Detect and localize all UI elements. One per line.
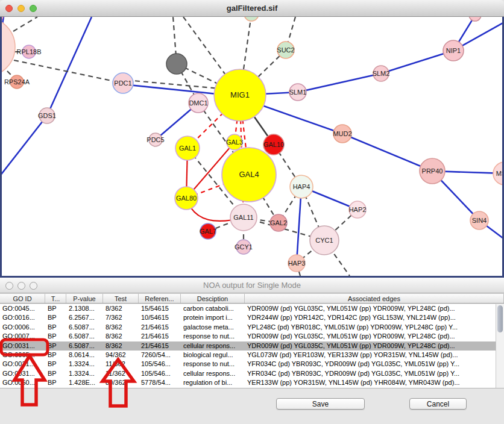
- node-label-MIG1: MIG1: [230, 90, 250, 99]
- cell-test: 8/362: [103, 323, 139, 332]
- node-SIN4[interactable]: SIN4: [470, 211, 488, 229]
- node-MUD2[interactable]: MUD2: [333, 125, 351, 143]
- node-label-GAL11: GAL11: [233, 214, 253, 221]
- column-header-desciption[interactable]: Desciption: [181, 294, 245, 303]
- node-gray-unlabeled[interactable]: [166, 54, 187, 74]
- cell-test: 94/362: [103, 351, 139, 360]
- node-GCY1[interactable]: GCY1: [235, 240, 253, 254]
- node-label-GAL1: GAL1: [179, 145, 196, 152]
- cell-t-: BP: [45, 378, 66, 387]
- column-header-test[interactable]: Test: [103, 294, 139, 303]
- network-window: galFiltered.sif RPL18BRPS24AGDS1PDC1PDC5…: [0, 0, 504, 278]
- cell-referen-: 10/54615: [139, 313, 181, 322]
- noa-window-titlebar[interactable]: NOA output for Single Mode: [0, 278, 504, 293]
- node-label-HAP2: HAP2: [349, 206, 367, 213]
- save-button[interactable]: Save: [276, 398, 365, 410]
- table-row[interactable]: GO:0031...BP6.5087...8/36221/54615cellul…: [0, 341, 496, 351]
- cell-desciption: response to nut...: [181, 332, 245, 341]
- edge-blue: [342, 134, 432, 171]
- node-PDC1[interactable]: PDC1: [113, 73, 133, 93]
- node-HAP3[interactable]: HAP3: [288, 255, 306, 272]
- cell-t-: BP: [45, 332, 66, 341]
- node-large-left[interactable]: [2, 17, 15, 76]
- cell-p-value: 1.428E...: [66, 378, 103, 387]
- node-HAP2[interactable]: HAP2: [349, 201, 367, 218]
- cell-t-: BP: [45, 369, 66, 378]
- node-GDS1[interactable]: GDS1: [38, 108, 56, 123]
- table-row[interactable]: GO:0045...BP2.1308...8/36215/54615carbon…: [0, 304, 496, 313]
- node-label-GAL3: GAL3: [226, 139, 243, 146]
- node-GAL4[interactable]: GAL4: [222, 148, 276, 202]
- cell-go-id: GO:0031...: [0, 369, 45, 378]
- node-GAL3[interactable]: GAL3: [226, 134, 243, 150]
- table-row[interactable]: GO:0016...BP6.2567...7/36210/54615protei…: [0, 313, 496, 322]
- node-label-SLM2: SLM2: [373, 70, 390, 77]
- column-header-p-value[interactable]: P-value: [66, 294, 103, 303]
- network-window-titlebar[interactable]: galFiltered.sif: [0, 0, 504, 17]
- table-row[interactable]: GO:0006...BP6.5087...8/36221/54615galact…: [0, 323, 496, 332]
- cell-desciption: biological regul...: [181, 351, 245, 360]
- cell-referen-: 21/54615: [139, 332, 181, 341]
- cell-test: 8/362: [103, 304, 139, 313]
- node-green-top[interactable]: [244, 17, 259, 21]
- node-label-NIP1: NIP1: [446, 47, 461, 54]
- node-label-HAP3: HAP3: [288, 260, 306, 267]
- vertical-scrollbar[interactable]: [496, 304, 504, 388]
- node-PRP40[interactable]: PRP40: [420, 158, 445, 184]
- cell-go-id: GO:0007...: [0, 332, 45, 341]
- node-NIP1[interactable]: NIP1: [443, 40, 464, 61]
- node-GAL10[interactable]: GAL10: [263, 134, 284, 155]
- cell-test: 7/362: [103, 313, 139, 322]
- network-graph: RPL18BRPS24AGDS1PDC1PDC5DMC1SUC2MIG1SLM1…: [2, 17, 502, 276]
- table-row[interactable]: GO:0050...BP1.428E...80/3625778/54...reg…: [0, 378, 496, 387]
- column-header-referen-[interactable]: Referen...: [139, 294, 181, 303]
- table-row[interactable]: GO:0007...BP6.5087...8/36221/54615respon…: [0, 332, 496, 341]
- node-label-SLM1: SLM1: [289, 89, 307, 96]
- scrollbar-thumb[interactable]: [497, 305, 503, 332]
- table-row[interactable]: GO:0065...BP8.0614...94/3627260/54...bio…: [0, 351, 496, 360]
- node-label-PRP40: PRP40: [422, 167, 443, 175]
- cell-p-value: 6.5087...: [66, 332, 103, 341]
- node-SLM1[interactable]: SLM1: [289, 84, 307, 101]
- cell-go-id: GO:0016...: [0, 313, 45, 322]
- node-HAP4[interactable]: HAP4: [290, 175, 313, 198]
- node-label-HAP4: HAP4: [293, 183, 310, 190]
- cell-desciption: protein import i...: [181, 313, 245, 322]
- button-bar: Save Cancel: [0, 388, 504, 424]
- cell-go-id: GO:0031...: [0, 360, 45, 369]
- table-row[interactable]: GO:0031...BP1.3324...11/362105/546...res…: [0, 360, 496, 369]
- node-DMC1[interactable]: DMC1: [189, 93, 208, 113]
- node-pink-topright[interactable]: [469, 17, 481, 21]
- cell-go-id: GO:0031...: [0, 341, 45, 351]
- node-label-MSL5: MSL5: [496, 170, 502, 177]
- node-GAL7[interactable]: GAL7: [200, 223, 216, 239]
- node-GAL80[interactable]: GAL80: [175, 187, 198, 210]
- node-CYC1[interactable]: CYC1: [310, 226, 339, 255]
- column-header-t-[interactable]: T...: [45, 294, 66, 303]
- column-header-go-id[interactable]: GO ID: [0, 294, 45, 303]
- cell-t-: BP: [45, 360, 66, 369]
- cell-referen-: 5778/54...: [139, 378, 181, 387]
- node-GAL2[interactable]: GAL2: [270, 214, 287, 231]
- table-body: GO:0045...BP2.1308...8/36215/54615carbon…: [0, 304, 496, 388]
- node-label-PDC5: PDC5: [146, 136, 164, 143]
- cell-t-: BP: [45, 341, 66, 351]
- cell-associated-edges: YDR009W (pd) YGL035C, YML051W (pp) YDR00…: [245, 304, 496, 313]
- node-GAL1[interactable]: GAL1: [175, 136, 200, 160]
- node-label-MUD2: MUD2: [333, 130, 351, 137]
- cell-p-value: 1.3324...: [66, 360, 103, 369]
- node-RPL18B[interactable]: RPL18B: [17, 45, 42, 58]
- edge-blue: [2, 116, 47, 176]
- node-SLM2[interactable]: SLM2: [373, 66, 390, 81]
- table-row[interactable]: GO:0031...BP1.3324...11/362105/546...cel…: [0, 369, 496, 378]
- node-RPS24A[interactable]: RPS24A: [4, 75, 30, 89]
- noa-window-title: NOA output for Single Mode: [0, 281, 504, 290]
- network-canvas[interactable]: RPL18BRPS24AGDS1PDC1PDC5DMC1SUC2MIG1SLM1…: [0, 17, 504, 278]
- cancel-button[interactable]: Cancel: [409, 398, 467, 410]
- cell-t-: BP: [45, 323, 66, 332]
- node-GAL11[interactable]: GAL11: [230, 204, 257, 231]
- node-MSL5[interactable]: MSL5: [493, 162, 502, 185]
- node-MIG1[interactable]: MIG1: [214, 69, 266, 121]
- node-SUC2[interactable]: SUC2: [277, 42, 294, 58]
- column-header-associated-edges[interactable]: Associated edges: [245, 294, 504, 303]
